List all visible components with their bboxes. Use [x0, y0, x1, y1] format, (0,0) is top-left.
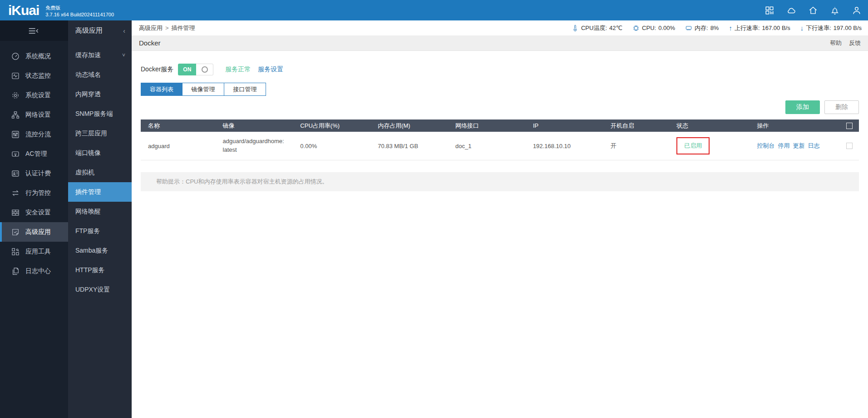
submenu-item-nat-traversal[interactable]: 内网穿透: [68, 85, 132, 104]
col-name: 名称: [141, 119, 216, 132]
add-button[interactable]: 添加: [785, 100, 820, 114]
submenu-item-virtual-machine[interactable]: 虚拟机: [68, 163, 132, 182]
log-link[interactable]: 日志: [808, 142, 819, 149]
sidebar-item-ac-management[interactable]: AC管理: [0, 144, 68, 164]
submenu-collapse-icon[interactable]: ‹: [123, 27, 125, 35]
cell-status: 已启用: [669, 132, 750, 160]
cell-image: adguard/adguardhome:latest: [216, 132, 293, 160]
sidebar-item-advanced-apps[interactable]: 高级应用: [0, 222, 68, 242]
sidebar-item-label: 系统概况: [25, 52, 51, 60]
pages-icon: [11, 267, 20, 276]
page-title: Docker: [139, 39, 161, 47]
submenu-item-ddns[interactable]: 动态域名: [68, 65, 132, 85]
submenu-item-snmp-server[interactable]: SNMP服务端: [68, 104, 132, 124]
update-link[interactable]: 更新: [793, 142, 804, 149]
delete-button[interactable]: 删除: [824, 100, 859, 114]
tab-interface-management[interactable]: 接口管理: [224, 83, 266, 96]
container-table: 名称 镜像 CPU占用率(%) 内存占用(M) 网络接口 IP 开机自启 状态 …: [141, 119, 859, 160]
cpu-temp-label: CPU温度:: [581, 24, 607, 32]
toggle-off-segment[interactable]: [196, 64, 213, 75]
cell-interface: doc_1: [448, 132, 526, 160]
submenu-title: 高级应用: [75, 26, 103, 35]
submenu-item-cross-layer3[interactable]: 跨三层应用: [68, 124, 132, 143]
breadcrumb-parent[interactable]: 高级应用: [139, 24, 163, 32]
submenu-item-label: 虚拟机: [75, 169, 94, 177]
tab-image-management[interactable]: 镜像管理: [182, 83, 224, 96]
brick-wall-icon: [11, 208, 20, 217]
sidebar-item-flow-control[interactable]: 流控分流: [0, 124, 68, 144]
cpu-chip-icon: [632, 25, 640, 32]
sliders-icon: [11, 130, 20, 139]
sidebar-item-label: 安全设置: [25, 209, 51, 217]
submenu-item-label: Samba服务: [75, 247, 108, 255]
help-link[interactable]: 帮助: [830, 39, 842, 47]
select-all-checkbox[interactable]: [846, 123, 853, 129]
feedback-link[interactable]: 反馈: [849, 39, 861, 47]
sidebar-item-label: 日志中心: [25, 267, 51, 275]
apps-icon[interactable]: [764, 5, 774, 15]
docker-service-label: Docker服务: [141, 65, 173, 74]
submenu-item-cache-acceleration[interactable]: 缓存加速 ˅: [68, 45, 132, 65]
submenu-item-ftp-service[interactable]: FTP服务: [68, 221, 132, 241]
home-icon[interactable]: [808, 5, 818, 15]
sidebar-item-label: 高级应用: [25, 228, 51, 236]
submenu-item-label: 缓存加速: [75, 51, 101, 60]
sidebar-collapse-button[interactable]: [0, 20, 68, 41]
stop-link[interactable]: 停用: [778, 142, 789, 149]
submenu-item-label: SNMP服务端: [75, 110, 113, 118]
submenu-item-wake-on-lan[interactable]: 网络唤醒: [68, 202, 132, 221]
cell-operations: 控制台停用更新日志: [750, 132, 838, 160]
submenu-item-plugin-management[interactable]: 插件管理: [68, 182, 132, 202]
submenu-item-label: 内网穿透: [75, 90, 101, 99]
col-autostart: 开机自启: [603, 119, 670, 132]
sidebar-item-auth-billing[interactable]: 认证计费: [0, 164, 68, 183]
toggle-on-segment[interactable]: ON: [178, 64, 196, 75]
submenu-item-samba-service[interactable]: Samba服务: [68, 241, 132, 260]
thermometer-icon: [572, 25, 579, 32]
tab-bar: 容器列表 镜像管理 接口管理: [141, 83, 859, 96]
status-badge-annotated: 已启用: [676, 137, 710, 154]
row-checkbox[interactable]: [846, 143, 853, 149]
tab-container-list[interactable]: 容器列表: [141, 83, 182, 96]
sidebar-item-log-center[interactable]: 日志中心: [0, 261, 68, 281]
docker-service-toggle[interactable]: ON: [178, 64, 213, 75]
sidebar-item-status-monitor[interactable]: 状态监控: [0, 66, 68, 85]
service-status-text: 服务正常: [225, 65, 251, 74]
col-operations: 操作: [750, 119, 838, 132]
upload-value: 167.00 B/s: [762, 25, 790, 31]
sidebar-item-app-tools[interactable]: 应用工具: [0, 242, 68, 261]
cell-cpu: 0.00%: [293, 132, 370, 160]
main-content: 高级应用 > 插件管理 CPU温度: 42℃ CPU: 0.00%: [132, 20, 868, 418]
wifi-device-icon: [11, 149, 20, 159]
sidebar-item-label: 网络设置: [25, 111, 51, 119]
breadcrumb-separator: >: [165, 25, 169, 31]
sidebar-item-network-settings[interactable]: 网络设置: [0, 105, 68, 124]
submenu-item-port-mirror[interactable]: 端口镜像: [68, 143, 132, 163]
sidebar-item-label: 系统设置: [25, 91, 51, 100]
submenu-item-http-service[interactable]: HTTP服务: [68, 260, 132, 280]
service-settings-link[interactable]: 服务设置: [258, 65, 283, 74]
user-icon[interactable]: [852, 5, 862, 15]
bell-icon[interactable]: [830, 5, 840, 15]
cpu-stat: CPU: 0.00%: [632, 25, 675, 32]
version-info: 免费版 3.7.16 x64 Build202411141700: [45, 3, 114, 18]
memory-value: 8%: [710, 25, 719, 31]
cpu-value: 0.00%: [658, 25, 675, 31]
memory-stat: 内存: 8%: [685, 24, 719, 32]
sidebar-item-label: 状态监控: [25, 72, 51, 80]
sidebar-item-system-settings[interactable]: 系统设置: [0, 85, 68, 105]
sidebar-item-label: AC管理: [25, 150, 47, 158]
cpu-temp-stat: CPU温度: 42℃: [572, 24, 622, 32]
table-row: adguard adguard/adguardhome:latest 0.00%…: [141, 132, 859, 160]
id-card-icon: [11, 169, 20, 178]
cloud-icon[interactable]: [786, 5, 796, 15]
sidebar-item-behavior-control[interactable]: 行为管控: [0, 183, 68, 203]
submenu-item-udpxy-settings[interactable]: UDPXY设置: [68, 280, 132, 299]
console-link[interactable]: 控制台: [757, 142, 774, 149]
cell-ip: 192.168.10.10: [526, 132, 603, 160]
sidebar-item-label: 流控分流: [25, 130, 51, 139]
doc-check-icon: [11, 228, 20, 237]
sidebar-item-system-overview[interactable]: 系统概况: [0, 46, 68, 66]
sidebar-item-security-settings[interactable]: 安全设置: [0, 203, 68, 222]
submenu-item-label: 跨三层应用: [75, 129, 107, 138]
